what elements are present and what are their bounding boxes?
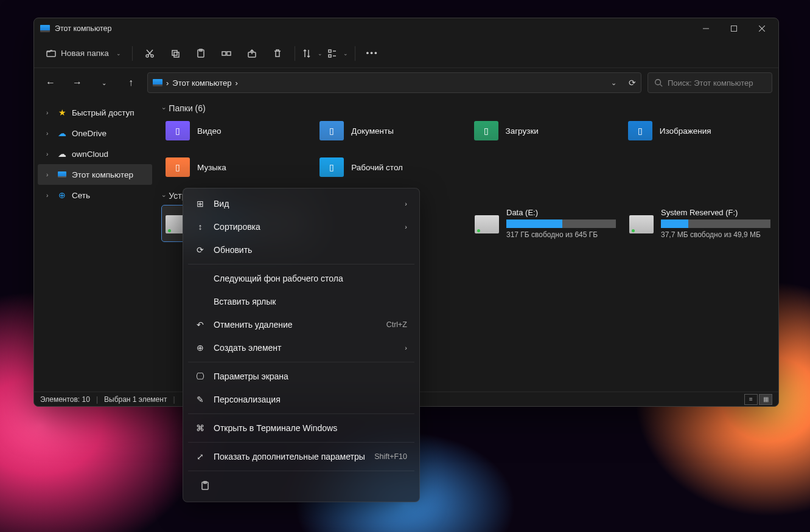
grid-icon: ⊞ bbox=[195, 199, 205, 209]
folders-group-header[interactable]: ›Папки (6) bbox=[163, 103, 772, 113]
folder-item[interactable]: ▯Загрузки bbox=[470, 118, 618, 143]
trash-icon bbox=[273, 49, 282, 58]
maximize-button[interactable] bbox=[720, 18, 748, 39]
copy-icon bbox=[170, 49, 180, 58]
plus-icon: ⊕ bbox=[195, 343, 205, 353]
address-bar[interactable]: › Этот компьютер › ⌄ ⟳ bbox=[147, 72, 641, 93]
folder-item[interactable]: ▯Видео bbox=[162, 118, 310, 143]
folder-item[interactable]: ▯Изображения bbox=[624, 118, 772, 143]
refresh-icon: ⟳ bbox=[195, 245, 205, 255]
sidebar-item-onedrive[interactable]: ›☁OneDrive bbox=[38, 123, 152, 143]
ctx-paste-button[interactable] bbox=[193, 475, 217, 496]
more-button[interactable]: ••• bbox=[360, 43, 385, 64]
status-selection: Выбран 1 элемент bbox=[104, 395, 167, 404]
svg-rect-12 bbox=[227, 52, 231, 55]
folder-icon: ▯ bbox=[628, 121, 652, 140]
drive-item[interactable]: System Reserved (F:) 37,7 МБ свободно из… bbox=[626, 206, 774, 241]
search-box[interactable]: Поиск: Этот компьютер bbox=[648, 72, 772, 93]
ctx-view[interactable]: ⊞Вид› bbox=[187, 192, 416, 215]
this-pc-icon bbox=[153, 79, 162, 86]
ctx-sort[interactable]: ↕Сортировка› bbox=[187, 215, 416, 238]
sort-icon bbox=[302, 49, 312, 58]
chevron-down-icon[interactable]: ⌄ bbox=[611, 79, 616, 87]
drive-label: Data (E:) bbox=[506, 208, 616, 217]
terminal-icon: ⌘ bbox=[195, 423, 205, 433]
ctx-paste-shortcut[interactable]: Вставить ярлык bbox=[187, 290, 416, 313]
drive-usage-bar bbox=[661, 219, 770, 228]
folder-item[interactable]: ▯Документы bbox=[316, 118, 464, 143]
drive-item[interactable]: Data (E:) 317 ГБ свободно из 645 ГБ bbox=[471, 206, 620, 241]
share-icon bbox=[247, 49, 257, 58]
search-placeholder: Поиск: Этот компьютер bbox=[668, 78, 753, 88]
svg-point-16 bbox=[655, 80, 661, 85]
folder-icon: ▯ bbox=[166, 157, 190, 177]
paste-button[interactable] bbox=[189, 43, 213, 64]
ctx-display-settings[interactable]: 🖵Параметры экрана bbox=[187, 365, 416, 388]
chevron-right-icon: › bbox=[405, 200, 407, 207]
window-title: Этот компьютер bbox=[55, 24, 111, 33]
folder-label: Видео bbox=[197, 126, 221, 136]
new-folder-label: Новая папка bbox=[61, 49, 109, 58]
back-button[interactable]: ← bbox=[40, 72, 61, 93]
folder-label: Загрузки bbox=[506, 126, 539, 136]
network-icon: ⊕ bbox=[57, 190, 67, 200]
drive-label: System Reserved (F:) bbox=[661, 208, 770, 217]
ctx-create[interactable]: ⊕Создать элемент› bbox=[187, 336, 416, 359]
new-folder-icon bbox=[46, 49, 56, 58]
search-icon bbox=[654, 78, 663, 87]
minimize-button[interactable] bbox=[692, 18, 720, 39]
svg-rect-15 bbox=[329, 55, 331, 57]
refresh-icon[interactable]: ⟳ bbox=[629, 78, 636, 88]
up-button[interactable]: ↑ bbox=[120, 72, 141, 93]
recent-button[interactable]: ⌄ bbox=[94, 72, 114, 93]
monitor-icon bbox=[57, 170, 67, 179]
ctx-show-more[interactable]: ⤢Показать дополнительные параметрыShift+… bbox=[187, 445, 416, 468]
ellipsis-icon: ••• bbox=[366, 49, 379, 58]
sidebar-item-network[interactable]: ›⊕Сеть bbox=[38, 185, 152, 206]
svg-point-5 bbox=[146, 55, 148, 57]
sort-icon: ↕ bbox=[195, 222, 205, 232]
copy-button[interactable] bbox=[163, 43, 187, 64]
folder-item[interactable]: ▯Рабочий стол bbox=[316, 154, 464, 180]
share-button[interactable] bbox=[240, 43, 264, 64]
brush-icon: ✎ bbox=[195, 395, 205, 404]
ctx-personalize[interactable]: ✎Персонализация bbox=[187, 388, 416, 411]
context-menu: ⊞Вид› ↕Сортировка› ⟳Обновить Следующий ф… bbox=[183, 188, 420, 502]
cloud-icon: ☁ bbox=[57, 149, 67, 159]
rename-button[interactable] bbox=[214, 43, 239, 64]
sidebar-item-this-pc[interactable]: ›Этот компьютер bbox=[38, 164, 152, 185]
chevron-down-icon: ⌄ bbox=[116, 50, 121, 57]
new-folder-button[interactable]: Новая папка ⌄ bbox=[40, 43, 127, 64]
ctx-refresh[interactable]: ⟳Обновить bbox=[187, 238, 416, 261]
folder-item[interactable]: ▯Музыка bbox=[162, 154, 310, 180]
folder-icon: ▯ bbox=[166, 121, 190, 140]
drive-icon bbox=[629, 215, 654, 233]
close-button[interactable] bbox=[748, 18, 776, 39]
address-sep: › bbox=[166, 78, 169, 88]
view-icon bbox=[327, 49, 337, 58]
view-tiles-button[interactable]: ▦ bbox=[759, 394, 772, 405]
navbar: ← → ⌄ ↑ › Этот компьютер › ⌄ ⟳ Поиск: Эт… bbox=[34, 68, 778, 97]
chevron-right-icon: › bbox=[405, 344, 407, 351]
drive-free-text: 317 ГБ свободно из 645 ГБ bbox=[506, 230, 616, 239]
view-details-button[interactable]: ≡ bbox=[744, 394, 758, 405]
sort-button[interactable]: ⌄ bbox=[300, 43, 324, 64]
cut-button[interactable] bbox=[138, 43, 162, 64]
drive-icon bbox=[475, 215, 499, 233]
monitor-icon: 🖵 bbox=[195, 371, 205, 381]
address-sep: › bbox=[236, 78, 238, 88]
sidebar-item-quick-access[interactable]: ›★Быстрый доступ bbox=[38, 102, 152, 123]
ctx-undo-delete[interactable]: ↶Отменить удалениеCtrl+Z bbox=[187, 313, 416, 336]
sidebar-item-owncloud[interactable]: ›☁ownCloud bbox=[38, 143, 152, 164]
titlebar: Этот компьютер bbox=[34, 18, 778, 39]
svg-line-17 bbox=[660, 85, 663, 87]
ctx-open-terminal[interactable]: ⌘Открыть в Терминале Windows bbox=[187, 416, 416, 440]
view-button[interactable]: ⌄ bbox=[326, 43, 350, 64]
status-items-count: Элементов: 10 bbox=[40, 395, 90, 404]
svg-rect-7 bbox=[172, 50, 177, 55]
forward-button[interactable]: → bbox=[67, 72, 88, 93]
ctx-next-background[interactable]: Следующий фон рабочего стола bbox=[187, 267, 416, 290]
svg-rect-1 bbox=[731, 26, 737, 32]
this-pc-icon bbox=[40, 25, 50, 32]
delete-button[interactable] bbox=[265, 43, 290, 64]
